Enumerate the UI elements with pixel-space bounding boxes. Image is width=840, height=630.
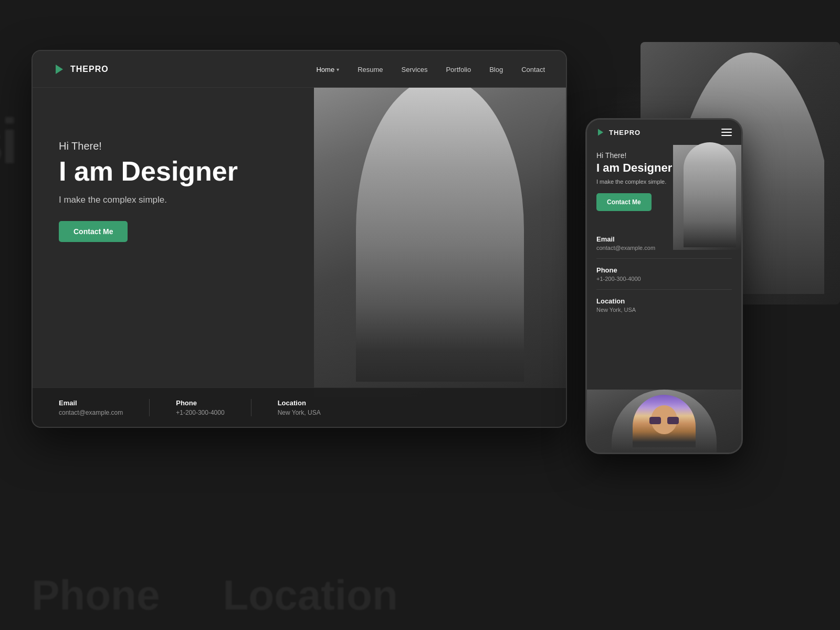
desktop-navbar: THEPRO Home Resume Services Portfolio Bl…: [33, 51, 566, 88]
mobile-hero-photo: [673, 145, 741, 250]
footer-phone-label: Phone: [176, 399, 224, 407]
desktop-nav-list: Home Resume Services Portfolio Blog Cont…: [316, 65, 545, 74]
mobile-contact-button[interactable]: Contact Me: [596, 193, 652, 211]
svg-marker-1: [598, 129, 603, 135]
desktop-hero-greeting: Hi There!: [59, 140, 238, 152]
footer-email-label: Email: [59, 399, 123, 407]
bg-bottom-texts: Phone Location: [32, 571, 398, 620]
bg-location-text: Location: [223, 571, 397, 620]
mobile-hero: Hi There! I am Designer I make the compl…: [587, 145, 741, 228]
mobile-subtitle: I make the complex simple.: [596, 178, 675, 185]
desktop-brand: THEPRO: [54, 64, 109, 75]
desktop-hero-title: I am Designer: [59, 156, 238, 186]
mobile-phone-label: Phone: [596, 266, 732, 274]
footer-phone-value: +1-200-300-4000: [176, 409, 224, 416]
hamburger-line-2: [721, 132, 732, 133]
desktop-hero-subtitle: I make the complex simple.: [59, 195, 238, 205]
nav-item-blog[interactable]: Blog: [489, 65, 503, 74]
footer-location-value: New York, USA: [278, 409, 321, 416]
hamburger-line-1: [721, 129, 732, 130]
desktop-hero: Hi There! I am Designer I make the compl…: [33, 88, 566, 397]
sunglasses: [649, 417, 679, 425]
brand-icon: [54, 64, 65, 75]
mobile-brand-name: THEPRO: [609, 129, 640, 136]
footer-location-label: Location: [278, 399, 321, 407]
nav-link-portfolio[interactable]: Portfolio: [446, 66, 471, 74]
mobile-bottom-image: [587, 390, 741, 453]
mobile-location-label: Location: [596, 297, 732, 305]
desktop-mockup: THEPRO Home Resume Services Portfolio Bl…: [32, 50, 567, 428]
mobile-navbar: THEPRO: [587, 120, 741, 145]
nav-link-services[interactable]: Services: [402, 66, 428, 74]
nav-link-contact[interactable]: Contact: [521, 66, 545, 74]
footer-email-value: contact@example.com: [59, 409, 123, 416]
nav-link-home[interactable]: Home: [316, 66, 339, 74]
mobile-location-item: Location New York, USA: [596, 290, 732, 320]
hamburger-menu[interactable]: [721, 129, 732, 136]
mobile-title: I am Designer: [596, 162, 675, 174]
hamburger-line-3: [721, 135, 732, 136]
mobile-phone-value: +1-200-300-4000: [596, 276, 732, 282]
svg-marker-0: [56, 65, 63, 74]
nav-item-home[interactable]: Home: [316, 65, 339, 74]
desktop-hero-photo: [314, 88, 566, 397]
mobile-phone-item: Phone +1-200-300-4000: [596, 259, 732, 290]
desktop-hero-content: Hi There! I am Designer I make the compl…: [59, 140, 238, 242]
desktop-brand-name: THEPRO: [70, 65, 109, 74]
desktop-footer: Email contact@example.com Phone +1-200-3…: [33, 387, 566, 427]
mobile-brand: THEPRO: [596, 128, 640, 136]
mobile-mockup: THEPRO Hi There! I am Designer I make th…: [585, 118, 743, 454]
desktop-contact-button[interactable]: Contact Me: [59, 221, 128, 242]
purple-hair-person: [633, 395, 696, 447]
nav-item-services[interactable]: Services: [402, 65, 428, 74]
nav-item-portfolio[interactable]: Portfolio: [446, 65, 471, 74]
mobile-brand-icon: [596, 128, 605, 136]
nav-link-blog[interactable]: Blog: [489, 66, 503, 74]
mobile-location-value: New York, USA: [596, 307, 732, 313]
footer-email-item: Email contact@example.com: [59, 399, 149, 416]
footer-location-item: Location New York, USA: [251, 399, 347, 416]
bg-phone-text: Phone: [32, 571, 160, 620]
nav-item-resume[interactable]: Resume: [358, 65, 383, 74]
nav-item-contact[interactable]: Contact: [521, 65, 545, 74]
footer-phone-item: Phone +1-200-300-4000: [149, 399, 250, 416]
nav-link-resume[interactable]: Resume: [358, 66, 383, 74]
